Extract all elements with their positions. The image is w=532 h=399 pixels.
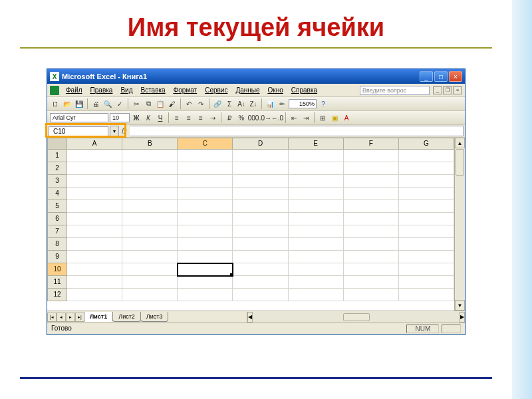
name-box-dropdown[interactable]: ▼	[110, 126, 119, 136]
cell-C4[interactable]	[178, 188, 233, 200]
mdi-restore-button[interactable]: ❐	[443, 86, 452, 94]
cell-G12[interactable]	[399, 289, 454, 301]
column-header-E[interactable]: E	[289, 138, 344, 150]
fill-color-icon[interactable]: ▣	[329, 112, 340, 123]
menu-window[interactable]: Окно	[264, 85, 287, 95]
undo-icon[interactable]: ↶	[184, 98, 194, 109]
cell-E12[interactable]	[289, 289, 344, 301]
cell-C5[interactable]	[178, 200, 233, 213]
percent-icon[interactable]: %	[236, 112, 247, 123]
tab-nav-last[interactable]: ▸|	[75, 313, 84, 322]
column-header-F[interactable]: F	[344, 138, 399, 150]
column-header-D[interactable]: D	[233, 138, 288, 150]
print-icon[interactable]: 🖨	[90, 98, 101, 109]
scroll-down-button[interactable]: ▼	[455, 300, 465, 311]
print-preview-icon[interactable]: 🔍	[102, 98, 113, 109]
align-right-icon[interactable]: ≡	[196, 112, 206, 123]
cell-G1[interactable]	[399, 150, 454, 162]
cell-F10[interactable]	[344, 263, 399, 276]
hyperlink-icon[interactable]: 🔗	[212, 98, 223, 109]
cell-D1[interactable]	[233, 150, 288, 162]
mdi-minimize-button[interactable]: _	[433, 86, 442, 94]
scroll-thumb-vertical[interactable]	[456, 149, 464, 176]
currency-icon[interactable]: ₽	[224, 112, 235, 123]
cell-D7[interactable]	[233, 225, 288, 238]
italic-icon[interactable]: К	[143, 112, 154, 123]
cell-B12[interactable]	[122, 289, 178, 301]
increase-indent-icon[interactable]: ⇥	[301, 112, 311, 123]
cell-A6[interactable]	[67, 213, 122, 225]
cell-A4[interactable]	[67, 188, 122, 200]
cell-G6[interactable]	[399, 213, 454, 225]
sheet-tab-2[interactable]: Лист2	[112, 312, 141, 322]
cell-D2[interactable]	[233, 162, 288, 175]
cell-D5[interactable]	[233, 200, 288, 213]
menu-tools[interactable]: Сервис	[201, 85, 231, 95]
cell-G4[interactable]	[399, 188, 454, 200]
menu-view[interactable]: Вид	[116, 85, 136, 95]
chart-icon[interactable]: 📊	[265, 98, 275, 109]
cell-B9[interactable]	[122, 251, 178, 263]
cell-C6[interactable]	[178, 213, 233, 225]
row-header-10[interactable]: 10	[47, 263, 67, 276]
cell-E2[interactable]	[289, 162, 344, 175]
tab-nav-first[interactable]: |◂	[47, 313, 57, 322]
cell-G10[interactable]	[399, 263, 454, 276]
font-combo[interactable]: Arial Cyr	[50, 113, 108, 122]
cell-A1[interactable]	[67, 150, 122, 162]
window-close-button[interactable]: ×	[449, 71, 462, 82]
cell-F5[interactable]	[344, 200, 399, 213]
row-header-1[interactable]: 1	[47, 150, 67, 162]
cell-D11[interactable]	[233, 276, 288, 289]
sheet-tab-3[interactable]: Лист3	[140, 312, 169, 322]
tab-nav-next[interactable]: ▸	[66, 313, 75, 322]
cell-F8[interactable]	[344, 238, 399, 251]
cell-C8[interactable]	[178, 238, 233, 251]
cell-B4[interactable]	[122, 188, 178, 200]
cell-F6[interactable]	[344, 213, 399, 225]
sort-desc-icon[interactable]: Z↓	[248, 98, 259, 109]
menu-data[interactable]: Данные	[231, 85, 263, 95]
column-header-C[interactable]: C	[178, 138, 233, 150]
underline-icon[interactable]: Ч	[155, 112, 166, 123]
cell-C12[interactable]	[178, 289, 233, 301]
comma-icon[interactable]: 000	[248, 112, 259, 123]
menu-file[interactable]: Файл	[62, 85, 86, 95]
increase-decimal-icon[interactable]: .0→	[260, 112, 271, 123]
cell-E5[interactable]	[289, 200, 344, 213]
scroll-left-button[interactable]: ◀	[247, 312, 253, 323]
menu-format[interactable]: Формат	[170, 85, 201, 95]
formula-input[interactable]	[130, 126, 464, 136]
workbook-icon[interactable]	[50, 86, 59, 95]
cell-B8[interactable]	[122, 238, 178, 251]
cell-G3[interactable]	[399, 175, 454, 188]
cell-C1[interactable]	[178, 150, 233, 162]
cell-A7[interactable]	[67, 225, 122, 238]
cell-A2[interactable]	[67, 162, 122, 175]
row-header-5[interactable]: 5	[47, 200, 67, 213]
cell-D8[interactable]	[233, 238, 288, 251]
tab-nav-prev[interactable]: ◂	[57, 313, 66, 322]
menu-help[interactable]: Справка	[287, 85, 321, 95]
cell-B11[interactable]	[122, 276, 178, 289]
merge-center-icon[interactable]: ⇢	[207, 112, 218, 123]
row-header-2[interactable]: 2	[47, 162, 67, 175]
menu-insert[interactable]: Вставка	[136, 85, 169, 95]
cell-G7[interactable]	[399, 225, 454, 238]
redo-icon[interactable]: ↷	[196, 98, 206, 109]
name-box[interactable]: C10	[49, 126, 108, 136]
font-color-icon[interactable]: A	[341, 112, 352, 123]
fx-icon[interactable]: fx	[122, 128, 127, 135]
cell-D12[interactable]	[233, 289, 288, 301]
copy-icon[interactable]: ⧉	[143, 98, 154, 109]
cell-A9[interactable]	[67, 251, 122, 263]
window-minimize-button[interactable]: _	[420, 71, 433, 82]
align-center-icon[interactable]: ≡	[184, 112, 194, 123]
drawing-icon[interactable]: ✏	[277, 98, 287, 109]
cell-B2[interactable]	[122, 162, 178, 175]
row-header-11[interactable]: 11	[47, 276, 67, 289]
scroll-up-button[interactable]: ▲	[455, 138, 465, 148]
horizontal-scrollbar[interactable]: ◀ ▶	[247, 312, 465, 323]
cell-D4[interactable]	[233, 188, 288, 200]
cell-E3[interactable]	[289, 175, 344, 188]
